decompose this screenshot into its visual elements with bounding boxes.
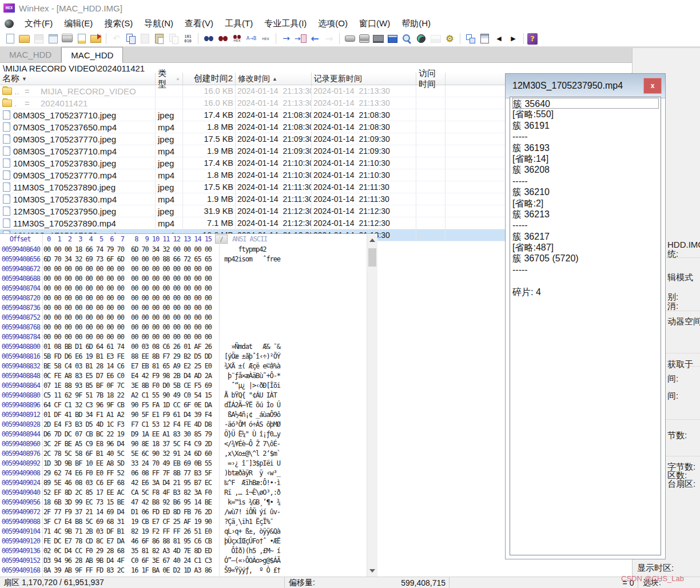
- hex-ascii[interactable]: Å bŸQ{ "¢ÁU IÀT: [224, 391, 280, 399]
- tools-icon[interactable]: ⚙: [443, 33, 456, 45]
- hex-ascii[interactable]: [224, 294, 280, 302]
- hex-bytes[interactable]: 29 62 74 E6 F0 E0 FF 52 06 08 FF 7F 8B 7…: [40, 469, 212, 477]
- hex-bytes[interactable]: 1D 3D 9B BF 10 EE A8 5D 33 24 70 49 EB 6…: [40, 459, 212, 467]
- hex-ascii[interactable]: [224, 275, 280, 283]
- column-header-2[interactable]: 创建时间2: [183, 73, 236, 85]
- find-data-icon[interactable]: [216, 33, 229, 45]
- hex-ascii[interactable]: ßA½4ñ¡¢ _áùaÔ9ô: [224, 411, 280, 419]
- hex-bytes[interactable]: 5B FD D6 E6 19 B1 E3 FE 88 EE 8B F7 29 B…: [40, 352, 212, 360]
- hex-bytes[interactable]: 00 00 00 00 00 00 00 00 00 00 00 00 00 0…: [40, 284, 212, 292]
- hex-row[interactable]: 005994090722F 77 F9 37 21 14 69 D4 D1 06…: [0, 507, 377, 517]
- hex-row[interactable]: 0059940868800 00 00 00 00 00 00 00 00 00…: [0, 273, 377, 283]
- hex-row[interactable]: 0059940900829 62 74 E6 F0 E0 FF 52 06 08…: [0, 468, 377, 478]
- hex-row[interactable]: 0059940864000 00 00 18 66 74 79 70 6D 70…: [0, 244, 377, 254]
- popup-title-bar[interactable]: 12M30S_1705237950.mp4 x: [506, 74, 665, 98]
- hex-row[interactable]: 0059940910471 4C 9B 71 2B 03 DF B1 82 19…: [0, 526, 377, 536]
- convert-icon[interactable]: 101 010: [181, 33, 194, 45]
- hex-row[interactable]: 0059940872000 00 00 00 00 00 00 00 00 00…: [0, 293, 377, 303]
- close-icon[interactable]: x: [643, 78, 662, 94]
- hex-row[interactable]: 0059940875200 00 00 00 00 00 00 00 00 00…: [0, 312, 377, 322]
- replace-hex-icon[interactable]: HEX: [259, 33, 272, 45]
- column-header-4[interactable]: 记录更新时间: [312, 73, 416, 85]
- next-object-icon[interactable]: ▶: [507, 33, 520, 45]
- menu-item-5[interactable]: 工具(T): [219, 18, 258, 29]
- menu-item-4[interactable]: 查看(V): [179, 18, 219, 29]
- scrollbar-thumb[interactable]: [368, 248, 376, 267]
- menu-item-0[interactable]: 文件(F): [19, 18, 58, 29]
- hex-bytes[interactable]: 52 EF 8D 2C 85 17 EE AC CA 5C F8 4F B3 8…: [40, 488, 212, 496]
- save-as-folder-icon[interactable]: [89, 33, 102, 45]
- hex-row[interactable]: 0059940878400 00 00 00 00 00 00 00 00 00…: [0, 332, 377, 341]
- cluster-item[interactable]: 簇 36191: [512, 120, 661, 131]
- cluster-item[interactable]: -----: [512, 131, 661, 142]
- hex-bytes[interactable]: 00 00 00 00 00 00 00 00 00 00 00 00 00 0…: [40, 323, 212, 331]
- hex-row[interactable]: 0059940876800 00 00 00 00 00 00 00 00 00…: [0, 322, 377, 332]
- cluster-item[interactable]: 簇 36217: [512, 231, 661, 242]
- cluster-item-blank[interactable]: [512, 275, 661, 286]
- hex-bytes[interactable]: 01 08 BB D1 6D 64 61 74 00 03 08 C6 26 0…: [40, 343, 212, 351]
- hex-bytes[interactable]: 07 1E 88 93 B5 BF 0F 7C 3E 8B F0 D0 5B C…: [40, 382, 212, 390]
- hex-bytes[interactable]: 00 00 00 00 00 00 00 00 00 00 00 00 00 0…: [40, 294, 212, 302]
- hex-bytes[interactable]: BE 58 C4 03 B1 28 14 C6 E7 EB 81 65 A9 E…: [40, 362, 212, 370]
- hex-row[interactable]: 00599408880C5 11 62 9F 51 7B 18 22 A2 C1…: [0, 390, 377, 400]
- hex-bytes[interactable]: 89 5E 46 08 03 C6 EF 68 42 E6 3A D4 21 9…: [40, 479, 212, 487]
- column-header-3[interactable]: 修改时间▲: [236, 73, 312, 85]
- hex-bytes[interactable]: 18 6B 3D 99 EC 73 15 BE 47 42 B8 92 B6 9…: [40, 498, 212, 506]
- hex-row[interactable]: 00599408832BE 58 C4 03 B1 28 14 C6 E7 EB…: [0, 361, 377, 371]
- hex-row[interactable]: 0059940913602 0C D4 CC F0 29 28 68 35 81…: [0, 546, 377, 555]
- cluster-item[interactable]: [省略:14]: [512, 153, 661, 164]
- prev-object-icon[interactable]: ◀: [492, 33, 506, 45]
- hex-ascii[interactable]: ˆ“µ¿ |>‹ðÐ[Îõi: [224, 382, 280, 390]
- cluster-item[interactable]: [省略:487]: [512, 242, 661, 253]
- hex-bytes[interactable]: 0C FE A8 83 E5 D7 E6 C0 E4 42 F9 98 2B D…: [40, 372, 212, 380]
- calculator-icon[interactable]: [386, 33, 399, 45]
- hex-ascii[interactable]: þ¨ƒå×æÀäBù˜+Ô-*: [224, 372, 280, 380]
- find-hex-icon[interactable]: HEX: [230, 33, 244, 45]
- paste-icon[interactable]: [153, 33, 166, 45]
- column-header-0[interactable]: 名称▼: [0, 73, 156, 85]
- hex-bytes[interactable]: 2D E4 F3 B3 D5 4D 1C F3 F7 C1 53 12 F4 F…: [40, 420, 212, 428]
- hex-slash-tab[interactable]: /: [215, 235, 228, 244]
- hex-ascii[interactable]: dÏÁ2Ã–ŸË õú Ìo Ú: [224, 401, 280, 409]
- hex-ascii[interactable]: </¾¥Éè–Ô Ž 7\ôÉ-: [224, 440, 280, 448]
- hex-bytes[interactable]: 02 0C D4 CC F0 29 28 68 35 81 82 A3 4D 7…: [40, 547, 212, 555]
- raid-icon[interactable]: [357, 33, 371, 45]
- menu-item-1[interactable]: 编辑(E): [58, 18, 98, 29]
- hex-bytes[interactable]: 00 00 00 18 66 74 79 70 6D 70 34 32 00 0…: [40, 245, 212, 253]
- new-file-icon[interactable]: [3, 33, 17, 45]
- find-text-icon[interactable]: [202, 33, 215, 45]
- go-to-icon[interactable]: →: [280, 33, 293, 45]
- menu-item-8[interactable]: 窗口(W): [353, 18, 396, 29]
- hex-bytes[interactable]: 2C 78 5C 58 6F B1 40 5C 5E 6C 90 32 91 2…: [40, 450, 212, 458]
- hex-row[interactable]: 0059940889664 CF C1 32 C3 96 9F CB 90 F5…: [0, 400, 377, 410]
- hex-row[interactable]: 0059940880001 08 BB D1 6D 64 61 74 00 03…: [0, 341, 377, 351]
- hex-ascii[interactable]: [ýÖæ ±ãþˆî‹÷)²ÕÝ: [224, 352, 280, 360]
- hex-bytes[interactable]: 2F 77 F9 37 21 14 69 D4 D1 06 FD ED 8D F…: [40, 508, 212, 516]
- cluster-item[interactable]: [省略:550]: [512, 109, 661, 120]
- cluster-item[interactable]: 簇 35640: [512, 98, 659, 109]
- scroll-up-icon[interactable]: [369, 239, 375, 242]
- hex-ascii[interactable]: =›¿ î¨]3$pIëi U: [224, 459, 280, 467]
- back-icon[interactable]: ←: [308, 33, 321, 45]
- hex-ascii[interactable]: Rï ,… î¬Ê\øO³‚:ð: [224, 488, 280, 496]
- hex-ascii[interactable]: Š9«Ÿÿýƒ, º Ò £†: [224, 566, 280, 574]
- cluster-item[interactable]: 簇 36193: [512, 142, 661, 153]
- tab-mac_hdd-0[interactable]: MAC_HDD: [0, 47, 61, 62]
- tab-mac_hdd-1[interactable]: MAC_HDD: [61, 47, 123, 63]
- hex-bytes[interactable]: 64 CF C1 32 C3 96 9F CB 90 F5 FA 1D CC 6…: [40, 401, 212, 409]
- hex-row[interactable]: 0059940867200 00 00 00 00 00 00 00 00 00…: [0, 264, 377, 273]
- interpreter-icon[interactable]: [478, 33, 491, 45]
- cluster-list[interactable]: 簇 35640[省略:550]簇 36191-----簇 36193[省略:14…: [510, 97, 661, 555]
- hex-ascii[interactable]: /wù7! iÔÑ ýí ûv-: [224, 508, 280, 516]
- hex-ascii[interactable]: ftypmp42: [224, 245, 280, 253]
- hex-row[interactable]: 005994089282D E4 F3 B3 D5 4D 1C F3 F7 C1…: [0, 419, 377, 429]
- hex-ascii[interactable]: Ó”–(«›ÔOÀo>g@$ÁÃ: [224, 557, 280, 565]
- cluster-item[interactable]: -----: [512, 220, 661, 231]
- hex-bytes[interactable]: C5 11 62 9F 51 7B 18 22 A2 C1 55 90 49 C…: [40, 391, 212, 399]
- hex-ascii[interactable]: [224, 284, 280, 292]
- cluster-item[interactable]: 簇 36213: [512, 209, 661, 220]
- copy-icon[interactable]: [124, 33, 137, 45]
- cluster-item[interactable]: -----: [512, 176, 661, 186]
- hex-row[interactable]: 005994086566D 70 34 32 69 73 6F 6D 00 00…: [0, 254, 377, 264]
- hex-row[interactable]: 00599408944D6 7D DC 07 CB BC 22 19 D9 1A…: [0, 429, 377, 439]
